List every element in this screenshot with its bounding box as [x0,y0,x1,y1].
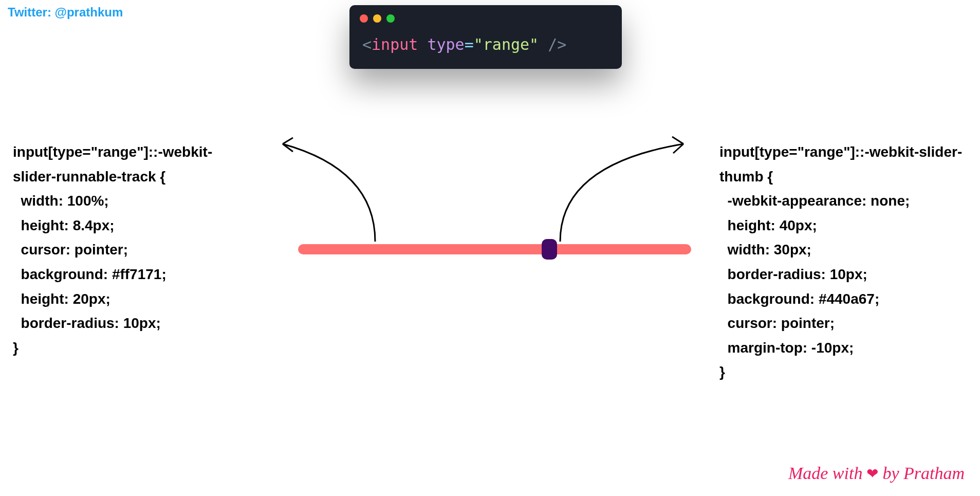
heart-icon: ❤ [866,465,878,482]
attr-name: type [427,35,464,53]
close-dot-icon [360,14,368,23]
bracket-close: /> [539,35,566,53]
arrow-left-icon [272,134,391,247]
footer-credit: Made with ❤ by Pratham [788,464,965,483]
attr-value: "range" [474,35,539,53]
minimize-dot-icon [373,14,381,23]
code-editor-window: <input type="range" /> [349,5,622,69]
window-controls [349,5,622,28]
css-thumb-code: input[type="range"]::-webkit-slider-thum… [719,140,976,384]
css-track-code: input[type="range"]::-webkit-slider-runn… [13,140,229,360]
footer-prefix: Made with [788,464,862,483]
maximize-dot-icon [386,14,395,23]
tag-name: input [372,35,418,53]
bracket-open: < [362,35,372,53]
arrow-right-icon [555,134,694,247]
equals-sign: = [465,35,474,53]
code-snippet: <input type="range" /> [349,28,622,56]
footer-suffix: by Pratham [882,464,965,483]
twitter-handle: Twitter: @prathkum [8,5,123,20]
